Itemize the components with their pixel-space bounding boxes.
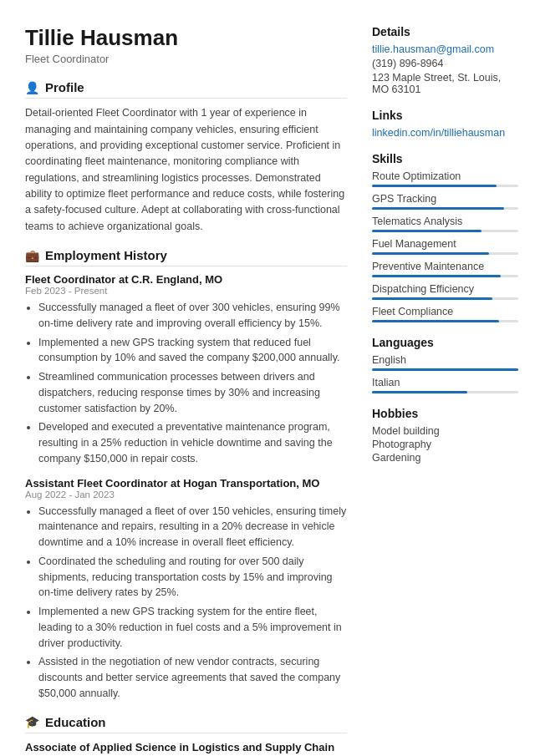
skill-label: Route Optimization [372,170,518,182]
skill-bar-bg [372,275,518,277]
languages-section: Languages EnglishItalian [372,336,518,393]
profile-section: 👤 Profile Detail-oriented Fleet Coordina… [25,80,347,235]
phone: (319) 896-8964 [372,58,518,69]
skill-bar-fill [372,297,492,300]
language-bar-fill [372,368,518,371]
employment-section-title: 💼 Employment History [25,248,347,266]
job-bullet: Implemented a new GPS tracking system fo… [38,604,347,651]
linkedin-link[interactable]: linkedin.com/in/tilliehausman [372,127,518,139]
right-sidebar: Details tillie.hausman@gmail.com (319) 8… [372,25,518,756]
employment-icon: 💼 [25,249,39,262]
education-section-title: 🎓 Education [25,715,347,733]
job-bullet: Successfully managed a fleet of over 300… [38,300,347,332]
candidate-name: Tillie Hausman [25,25,347,51]
candidate-title: Fleet Coordinator [25,53,347,65]
email-link[interactable]: tillie.hausman@gmail.com [372,43,518,55]
details-title: Details [372,25,518,38]
skill-item: Fleet Compliance [372,306,518,322]
skill-bar-bg [372,320,518,322]
job-title: Assistant Fleet Coordinator at Hogan Tra… [25,477,347,490]
skill-item: Preventive Maintenance [372,261,518,277]
job-bullet: Coordinated the scheduling and routing f… [38,554,347,601]
language-item: English [372,354,518,371]
hobby-item: Model building [372,425,518,437]
skill-bar-fill [372,207,504,210]
hobby-item: Photography [372,439,518,450]
job-bullet: Assisted in the negotiation of new vendo… [38,654,347,701]
skill-bar-fill [372,252,489,255]
job-bullet: Streamlined communication processes betw… [38,369,347,416]
details-section: Details tillie.hausman@gmail.com (319) 8… [372,25,518,95]
job-item: Assistant Fleet Coordinator at Hogan Tra… [25,477,347,702]
links-title: Links [372,109,518,122]
skill-bar-bg [372,185,518,187]
employment-section: 💼 Employment History Fleet Coordinator a… [25,248,347,702]
language-label: English [372,354,518,366]
skill-item: GPS Tracking [372,193,518,210]
education-icon: 🎓 [25,715,39,728]
skills-title: Skills [372,152,518,165]
skill-label: Telematics Analysis [372,216,518,227]
skill-bar-bg [372,297,518,300]
skill-label: Dispatching Efficiency [372,283,518,295]
header: Tillie Hausman Fleet Coordinator [25,25,347,65]
skill-bar-fill [372,230,482,232]
job-date: Feb 2023 - Present [25,286,347,296]
education-section: 🎓 Education Associate of Applied Science… [25,715,347,756]
language-item: Italian [372,377,518,393]
job-date: Aug 2022 - Jan 2023 [25,490,347,500]
links-section: Links linkedin.com/in/tilliehausman [372,109,518,139]
job-bullet: Developed and executed a preventative ma… [38,419,347,466]
job-bullet: Implemented a new GPS tracking system th… [38,335,347,367]
skill-label: Fuel Management [372,238,518,250]
skill-bar-fill [372,185,497,187]
skills-section: Skills Route OptimizationGPS TrackingTel… [372,152,518,322]
job-item: Fleet Coordinator at C.R. England, MOFeb… [25,273,347,467]
edu-degree: Associate of Applied Science in Logistic… [25,740,347,756]
skill-item: Fuel Management [372,238,518,255]
profile-text: Detail-oriented Fleet Coordinator with 1… [25,105,347,235]
skill-label: GPS Tracking [372,193,518,205]
profile-icon: 👤 [25,81,39,94]
skill-bar-bg [372,230,518,232]
hobby-item: Gardening [372,452,518,464]
language-bar-fill [372,391,467,393]
skill-item: Dispatching Efficiency [372,283,518,300]
profile-section-title: 👤 Profile [25,80,347,99]
languages-title: Languages [372,336,518,349]
address: 123 Maple Street, St. Louis, MO 63101 [372,72,518,95]
hobbies-title: Hobbies [372,407,518,420]
skill-label: Preventive Maintenance [372,261,518,272]
skill-bar-bg [372,252,518,255]
job-title: Fleet Coordinator at C.R. England, MO [25,273,347,286]
language-bar-bg [372,368,518,371]
skill-label: Fleet Compliance [372,306,518,317]
language-bar-bg [372,391,518,393]
skill-item: Telematics Analysis [372,216,518,232]
skill-bar-fill [372,320,499,322]
skill-bar-bg [372,207,518,210]
skill-item: Route Optimization [372,170,518,187]
skill-bar-fill [372,275,501,277]
job-bullet: Successfully managed a fleet of over 150… [38,504,347,551]
language-label: Italian [372,377,518,388]
hobbies-section: Hobbies Model buildingPhotographyGardeni… [372,407,518,464]
